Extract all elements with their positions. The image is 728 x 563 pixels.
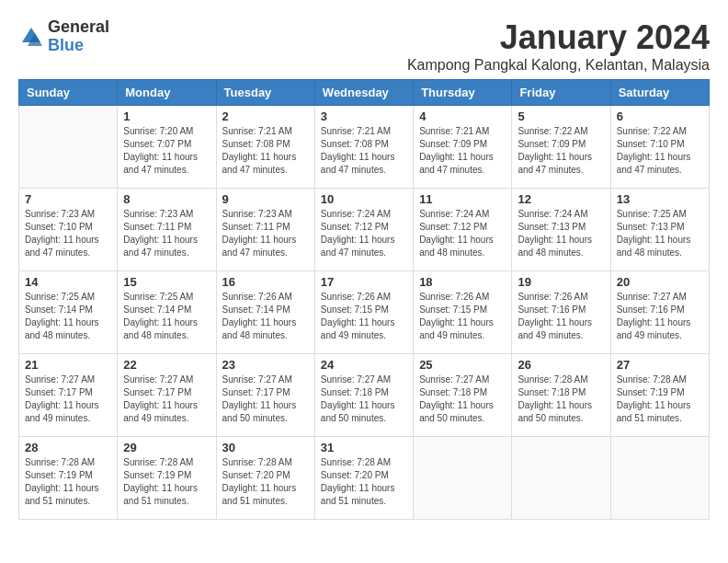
- table-row: 14 Sunrise: 7:25 AM Sunset: 7:14 PM Dayl…: [19, 271, 118, 354]
- daylight-text: Daylight: 11 hours and 50 minutes.: [518, 400, 592, 423]
- daylight-text: Daylight: 11 hours and 51 minutes.: [617, 400, 691, 423]
- sunrise-text: Sunrise: 7:28 AM: [25, 457, 95, 467]
- sunset-text: Sunset: 7:13 PM: [518, 222, 586, 232]
- sunrise-text: Sunrise: 7:21 AM: [321, 126, 391, 136]
- sunrise-text: Sunrise: 7:27 AM: [123, 374, 193, 385]
- day-info: Sunrise: 7:21 AM Sunset: 7:09 PM Dayligh…: [419, 125, 506, 177]
- sunset-text: Sunset: 7:14 PM: [123, 304, 191, 315]
- day-number: 19: [518, 275, 604, 289]
- day-number: 24: [321, 358, 407, 372]
- day-number: 20: [617, 275, 703, 289]
- day-info: Sunrise: 7:21 AM Sunset: 7:08 PM Dayligh…: [222, 125, 309, 177]
- day-info: Sunrise: 7:24 AM Sunset: 7:12 PM Dayligh…: [321, 208, 407, 259]
- sunset-text: Sunset: 7:14 PM: [25, 304, 93, 315]
- day-info: Sunrise: 7:27 AM Sunset: 7:17 PM Dayligh…: [123, 373, 210, 425]
- daylight-text: Daylight: 11 hours and 51 minutes.: [222, 483, 297, 506]
- title-section: January 2024 Kampong Pangkal Kalong, Kel…: [407, 18, 710, 74]
- daylight-text: Daylight: 11 hours and 50 minutes.: [419, 400, 494, 423]
- daylight-text: Daylight: 11 hours and 50 minutes.: [222, 400, 297, 423]
- table-row: [19, 106, 118, 189]
- daylight-text: Daylight: 11 hours and 47 minutes.: [617, 152, 691, 175]
- daylight-text: Daylight: 11 hours and 49 minutes.: [518, 317, 592, 340]
- day-number: 31: [321, 441, 407, 454]
- daylight-text: Daylight: 11 hours and 47 minutes.: [222, 235, 297, 258]
- calendar-week-row: 14 Sunrise: 7:25 AM Sunset: 7:14 PM Dayl…: [19, 271, 710, 354]
- sunrise-text: Sunrise: 7:27 AM: [617, 292, 687, 302]
- sunset-text: Sunset: 7:13 PM: [617, 222, 685, 232]
- day-number: 27: [617, 358, 703, 372]
- sunset-text: Sunset: 7:20 PM: [222, 470, 290, 480]
- daylight-text: Daylight: 11 hours and 49 minutes.: [123, 400, 198, 423]
- sunset-text: Sunset: 7:16 PM: [617, 304, 685, 315]
- sunset-text: Sunset: 7:10 PM: [25, 222, 93, 232]
- day-info: Sunrise: 7:28 AM Sunset: 7:20 PM Dayligh…: [321, 456, 407, 508]
- day-info: Sunrise: 7:28 AM Sunset: 7:18 PM Dayligh…: [518, 373, 604, 425]
- sunset-text: Sunset: 7:08 PM: [222, 139, 290, 149]
- sunrise-text: Sunrise: 7:24 AM: [518, 209, 587, 219]
- day-info: Sunrise: 7:24 AM Sunset: 7:12 PM Dayligh…: [419, 208, 506, 259]
- sunrise-text: Sunrise: 7:23 AM: [25, 209, 95, 219]
- sunset-text: Sunset: 7:07 PM: [123, 139, 191, 149]
- sunset-text: Sunset: 7:14 PM: [222, 304, 290, 315]
- table-row: 21 Sunrise: 7:27 AM Sunset: 7:17 PM Dayl…: [19, 354, 118, 437]
- day-number: 12: [518, 192, 604, 206]
- sunrise-text: Sunrise: 7:20 AM: [123, 126, 193, 136]
- table-row: [610, 437, 709, 520]
- day-info: Sunrise: 7:22 AM Sunset: 7:09 PM Dayligh…: [518, 125, 604, 177]
- table-row: 31 Sunrise: 7:28 AM Sunset: 7:20 PM Dayl…: [314, 437, 413, 520]
- day-number: 7: [25, 192, 111, 206]
- sunset-text: Sunset: 7:09 PM: [518, 139, 586, 149]
- calendar-table: Sunday Monday Tuesday Wednesday Thursday…: [18, 79, 710, 520]
- day-info: Sunrise: 7:20 AM Sunset: 7:07 PM Dayligh…: [123, 125, 210, 177]
- sunset-text: Sunset: 7:17 PM: [123, 387, 191, 397]
- daylight-text: Daylight: 11 hours and 49 minutes.: [617, 317, 691, 340]
- sunrise-text: Sunrise: 7:28 AM: [222, 457, 292, 467]
- sunset-text: Sunset: 7:18 PM: [419, 387, 487, 397]
- header-wednesday: Wednesday: [314, 80, 413, 106]
- sunset-text: Sunset: 7:17 PM: [222, 387, 290, 397]
- sunrise-text: Sunrise: 7:24 AM: [321, 209, 391, 219]
- day-number: 1: [123, 109, 210, 123]
- daylight-text: Daylight: 11 hours and 47 minutes.: [123, 152, 198, 175]
- table-row: 18 Sunrise: 7:26 AM Sunset: 7:15 PM Dayl…: [414, 271, 512, 354]
- day-number: 28: [25, 441, 111, 454]
- header-saturday: Saturday: [610, 80, 709, 106]
- daylight-text: Daylight: 11 hours and 48 minutes.: [419, 235, 494, 258]
- calendar-week-row: 28 Sunrise: 7:28 AM Sunset: 7:19 PM Dayl…: [19, 437, 710, 520]
- sunrise-text: Sunrise: 7:23 AM: [123, 209, 193, 219]
- sunset-text: Sunset: 7:18 PM: [321, 387, 389, 397]
- daylight-text: Daylight: 11 hours and 51 minutes.: [321, 483, 395, 506]
- day-number: 14: [25, 275, 111, 289]
- sunset-text: Sunset: 7:09 PM: [419, 139, 487, 149]
- day-info: Sunrise: 7:26 AM Sunset: 7:15 PM Dayligh…: [419, 291, 506, 342]
- sunset-text: Sunset: 7:20 PM: [321, 470, 389, 480]
- table-row: 8 Sunrise: 7:23 AM Sunset: 7:11 PM Dayli…: [118, 189, 216, 271]
- day-number: 9: [222, 192, 309, 206]
- daylight-text: Daylight: 11 hours and 47 minutes.: [222, 152, 297, 175]
- sunset-text: Sunset: 7:12 PM: [419, 222, 487, 232]
- table-row: 10 Sunrise: 7:24 AM Sunset: 7:12 PM Dayl…: [314, 189, 413, 271]
- calendar-week-row: 21 Sunrise: 7:27 AM Sunset: 7:17 PM Dayl…: [19, 354, 710, 437]
- day-number: 23: [222, 358, 309, 372]
- day-number: 17: [321, 275, 407, 289]
- sunrise-text: Sunrise: 7:28 AM: [321, 457, 391, 467]
- day-info: Sunrise: 7:25 AM Sunset: 7:14 PM Dayligh…: [25, 291, 111, 342]
- sunrise-text: Sunrise: 7:26 AM: [222, 292, 292, 302]
- sunrise-text: Sunrise: 7:21 AM: [222, 126, 292, 136]
- day-number: 25: [419, 358, 506, 372]
- day-info: Sunrise: 7:26 AM Sunset: 7:14 PM Dayligh…: [222, 291, 309, 342]
- sunset-text: Sunset: 7:11 PM: [222, 222, 290, 232]
- day-info: Sunrise: 7:23 AM Sunset: 7:11 PM Dayligh…: [123, 208, 210, 259]
- location-title: Kampong Pangkal Kalong, Kelantan, Malays…: [407, 57, 710, 74]
- table-row: 7 Sunrise: 7:23 AM Sunset: 7:10 PM Dayli…: [19, 189, 118, 271]
- daylight-text: Daylight: 11 hours and 51 minutes.: [25, 483, 99, 506]
- page-header: General Blue January 2024 Kampong Pangka…: [18, 18, 710, 74]
- day-info: Sunrise: 7:27 AM Sunset: 7:18 PM Dayligh…: [419, 373, 506, 425]
- daylight-text: Daylight: 11 hours and 48 minutes.: [25, 317, 99, 340]
- calendar-week-row: 7 Sunrise: 7:23 AM Sunset: 7:10 PM Dayli…: [19, 189, 710, 271]
- sunrise-text: Sunrise: 7:24 AM: [419, 209, 489, 219]
- sunrise-text: Sunrise: 7:27 AM: [25, 374, 95, 385]
- day-info: Sunrise: 7:25 AM Sunset: 7:14 PM Dayligh…: [123, 291, 210, 342]
- day-info: Sunrise: 7:27 AM Sunset: 7:17 PM Dayligh…: [222, 373, 309, 425]
- sunrise-text: Sunrise: 7:23 AM: [222, 209, 292, 219]
